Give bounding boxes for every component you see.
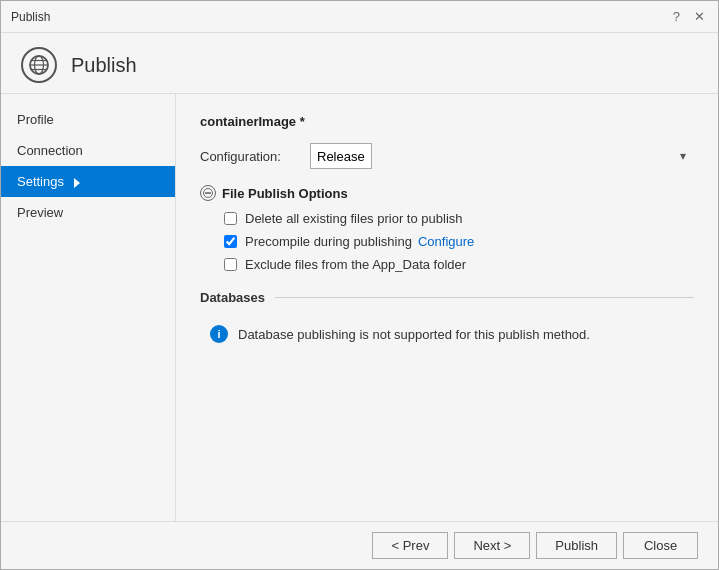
databases-label: Databases — [200, 290, 265, 305]
publish-button[interactable]: Publish — [536, 532, 617, 559]
databases-section: Databases i Database publishing is not s… — [200, 290, 694, 349]
checkbox-delete-all: Delete all existing files prior to publi… — [224, 211, 694, 226]
sidebar-label-connection: Connection — [17, 143, 83, 158]
checkbox-exclude-files: Exclude files from the App_Data folder — [224, 257, 694, 272]
precompile-checkbox[interactable] — [224, 235, 237, 248]
configuration-row: Configuration: Debug Release — [200, 143, 694, 169]
file-publish-options-header[interactable]: File Publish Options — [200, 185, 694, 201]
dialog-header: Publish — [1, 33, 718, 94]
title-bar-controls: ? ✕ — [670, 9, 708, 24]
sidebar-label-profile: Profile — [17, 112, 54, 127]
dialog-footer: < Prev Next > Publish Close — [1, 521, 718, 569]
dialog-body: Profile Connection Settings Preview cont… — [1, 94, 718, 521]
databases-header: Databases — [200, 290, 694, 305]
info-icon: i — [210, 325, 228, 343]
dialog-title: Publish — [11, 10, 50, 24]
info-box: i Database publishing is not supported f… — [200, 319, 694, 349]
configuration-label: Configuration: — [200, 149, 310, 164]
prev-button[interactable]: < Prev — [372, 532, 448, 559]
configure-link[interactable]: Configure — [418, 234, 474, 249]
sidebar-item-profile[interactable]: Profile — [1, 104, 175, 135]
collapse-icon — [200, 185, 216, 201]
file-publish-options-label: File Publish Options — [222, 186, 348, 201]
sidebar-item-connection[interactable]: Connection — [1, 135, 175, 166]
sidebar-item-settings[interactable]: Settings — [1, 166, 175, 197]
section-title: containerImage * — [200, 114, 694, 129]
sidebar-label-settings: Settings — [17, 174, 64, 189]
header-title: Publish — [71, 54, 137, 77]
delete-all-label[interactable]: Delete all existing files prior to publi… — [245, 211, 463, 226]
delete-all-checkbox[interactable] — [224, 212, 237, 225]
configuration-select[interactable]: Debug Release — [310, 143, 372, 169]
checkbox-precompile: Precompile during publishing Configure — [224, 234, 694, 249]
sidebar-label-preview: Preview — [17, 205, 63, 220]
sidebar-item-preview[interactable]: Preview — [1, 197, 175, 228]
title-bar: Publish ? ✕ — [1, 1, 718, 33]
close-title-button[interactable]: ✕ — [691, 9, 708, 24]
sidebar: Profile Connection Settings Preview — [1, 94, 176, 521]
publish-dialog: Publish ? ✕ Publish Profile Connection — [0, 0, 719, 570]
precompile-label[interactable]: Precompile during publishing — [245, 234, 412, 249]
next-button[interactable]: Next > — [454, 532, 530, 559]
exclude-files-checkbox[interactable] — [224, 258, 237, 271]
databases-divider — [275, 297, 694, 298]
exclude-files-label[interactable]: Exclude files from the App_Data folder — [245, 257, 466, 272]
configuration-select-wrapper: Debug Release — [310, 143, 694, 169]
sidebar-arrow-icon — [74, 178, 80, 188]
main-content: containerImage * Configuration: Debug Re… — [176, 94, 718, 521]
info-text: Database publishing is not supported for… — [238, 327, 590, 342]
header-icon — [21, 47, 57, 83]
help-button[interactable]: ? — [670, 9, 683, 24]
close-button[interactable]: Close — [623, 532, 698, 559]
